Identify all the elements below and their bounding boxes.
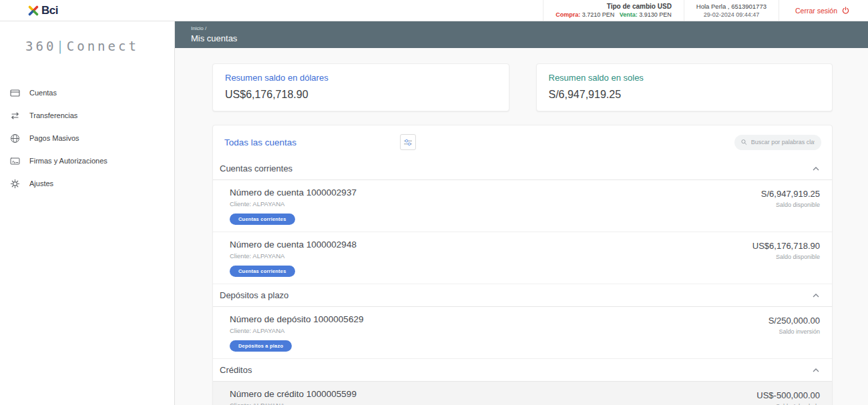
buy-value: 3.7210 PEN — [582, 11, 615, 18]
section-title: Créditos — [220, 365, 252, 375]
sidebar-item-label: Firmas y Autorizaciones — [29, 157, 107, 165]
summary-card-title: Resumen saldo en soles — [549, 73, 821, 83]
breadcrumb[interactable]: Inicio / — [191, 25, 868, 31]
bci-logo[interactable]: Bci — [27, 4, 58, 17]
logout-button[interactable]: Cerrar sesión — [779, 0, 868, 21]
sidebar-item-label: Pagos Masivos — [29, 134, 79, 142]
account-client: Cliente: ALPAYANA — [230, 252, 357, 260]
sell-value: 3.9130 PEN — [639, 11, 672, 18]
summary-card-soles: Resumen saldo en soles S/6,947,919.25 — [536, 63, 833, 111]
sell-label: Venta: — [620, 11, 638, 18]
sidebar: 360|Connect Cuentas Transferencias — [0, 21, 175, 405]
chevron-up-icon[interactable] — [812, 166, 820, 171]
logout-label: Cerrar sesión — [795, 7, 837, 15]
search-icon — [741, 139, 747, 145]
exchange-rate-title: Tipo de cambio USD — [556, 3, 672, 10]
exchange-rate-block: Tipo de cambio USD Compra: 3.7210 PEN Ve… — [543, 0, 684, 21]
account-client: Cliente: ALPAYANA — [230, 200, 357, 208]
signature-icon — [9, 155, 20, 166]
balance-label: Saldo inversión — [769, 328, 820, 335]
section-header-creditos[interactable]: Créditos — [213, 359, 832, 382]
account-row[interactable]: Número de cuenta 1000002937 Cliente: ALP… — [213, 180, 832, 232]
exchange-rate-values: Compra: 3.7210 PEN Venta: 3.9130 PEN — [556, 11, 672, 18]
account-row[interactable]: Número de crédito 1000005599 Cliente: AL… — [213, 382, 832, 405]
gear-icon — [9, 178, 20, 189]
account-number: Número de depósito 1000005629 — [230, 314, 363, 324]
session-datetime: 29-02-2024 09:44:47 — [696, 11, 767, 18]
account-balance: S/250,000.00 — [769, 316, 820, 326]
sidebar-item-pagos-masivos[interactable]: Pagos Masivos — [0, 127, 174, 149]
search-input[interactable] — [751, 139, 815, 145]
account-balance: S/6,947,919.25 — [761, 189, 820, 199]
globe-icon — [9, 133, 20, 143]
summary-card-dolares: Resumen saldo en dólares US$6,176,718.90 — [212, 63, 509, 111]
page-title: Mis cuentas — [191, 33, 868, 43]
top-header-bar: Bci Tipo de cambio USD Compra: 3.7210 PE… — [0, 0, 868, 21]
bci-x-icon — [27, 4, 40, 17]
sidebar-item-label: Ajustes — [29, 179, 53, 187]
power-icon — [842, 7, 849, 14]
brand-pipe: | — [56, 39, 66, 53]
account-number: Número de crédito 1000005599 — [230, 389, 357, 399]
account-row[interactable]: Número de cuenta 1000002948 Cliente: ALP… — [213, 232, 832, 284]
account-type-badge: Cuentas corrientes — [230, 214, 295, 225]
summary-card-value: S/6,947,919.25 — [549, 89, 821, 101]
main-content: Resumen saldo en dólares US$6,176,718.90… — [175, 48, 868, 405]
sidebar-item-transferencias[interactable]: Transferencias — [0, 104, 174, 127]
sidebar-item-label: Transferencias — [29, 111, 77, 119]
filter-button[interactable] — [400, 134, 416, 150]
transfer-icon — [9, 110, 20, 121]
card-icon — [9, 87, 20, 98]
user-info-block: Hola Perla , 6513901773 29-02-2024 09:44… — [684, 0, 779, 21]
section-header-cuentas-corrientes[interactable]: Cuentas corrientes — [213, 157, 832, 180]
account-balance: US$-500,000.00 — [756, 390, 820, 400]
summary-card-title: Resumen saldo en dólares — [225, 73, 497, 83]
chevron-up-icon[interactable] — [812, 293, 820, 298]
app-window: Bci Tipo de cambio USD Compra: 3.7210 PE… — [0, 0, 868, 405]
logo-text: Bci — [41, 4, 58, 17]
account-client: Cliente: ALPAYANA — [230, 402, 357, 405]
sidebar-item-ajustes[interactable]: Ajustes — [0, 172, 174, 195]
page-header-bar: Inicio / Mis cuentas — [175, 21, 868, 48]
summary-cards: Resumen saldo en dólares US$6,176,718.90… — [212, 63, 833, 111]
account-type-badge: Cuentas corrientes — [230, 266, 295, 277]
search-box[interactable] — [734, 135, 821, 150]
sidebar-item-firmas[interactable]: Firmas y Autorizaciones — [0, 149, 174, 172]
account-number: Número de cuenta 1000002937 — [230, 187, 357, 197]
accounts-panel-header: Todas las cuentas — [213, 125, 832, 157]
sidebar-item-label: Cuentas — [29, 89, 57, 97]
section-header-depositos-a-plazo[interactable]: Depósitos a plazo — [213, 284, 832, 307]
account-row[interactable]: Número de depósito 1000005629 Cliente: A… — [213, 307, 832, 359]
account-number: Número de cuenta 1000002948 — [230, 240, 357, 250]
balance-label: Saldo disponible — [761, 201, 820, 208]
panel-title: Todas las cuentas — [224, 137, 296, 147]
accounts-panel: Todas las cuentas — [212, 125, 833, 405]
section-title: Cuentas corrientes — [220, 163, 292, 173]
account-client: Cliente: ALPAYANA — [230, 327, 363, 334]
summary-card-value: US$6,176,718.90 — [225, 89, 497, 101]
sidebar-item-cuentas[interactable]: Cuentas — [0, 81, 174, 104]
filter-sliders-icon — [403, 138, 413, 147]
account-balance: US$6,176,718.90 — [752, 241, 820, 251]
sidebar-menu: Cuentas Transferencias Pagos Masivos — [0, 81, 174, 195]
chevron-up-icon[interactable] — [812, 368, 820, 373]
user-greeting: Hola Perla , 6513901773 — [696, 3, 767, 10]
account-type-badge: Depósitos a plazo — [230, 340, 292, 352]
balance-label: Saldo disponible — [752, 254, 820, 260]
buy-label: Compra: — [556, 11, 580, 18]
brand-360-connect: 360|Connect — [25, 39, 174, 53]
section-title: Depósitos a plazo — [220, 290, 288, 300]
